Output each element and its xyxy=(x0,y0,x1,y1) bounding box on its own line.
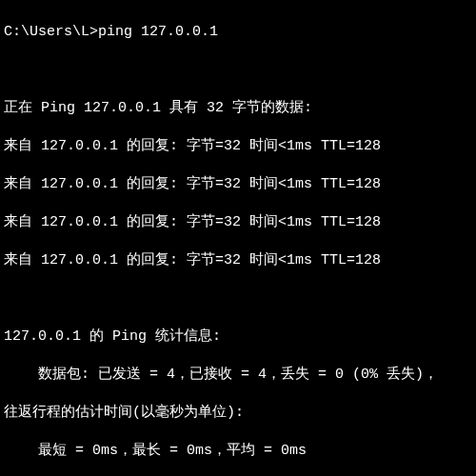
ping-reply: 来自 127.0.0.1 的回复: 字节=32 时间<1ms TTL=128 xyxy=(4,251,474,270)
terminal-output[interactable]: C:\Users\L>ping 127.0.0.1 正在 Ping 127.0.… xyxy=(0,0,476,476)
stats-packets: 数据包: 已发送 = 4，已接收 = 4，丢失 = 0 (0% 丢失)， xyxy=(4,366,474,385)
blank-line xyxy=(4,289,474,308)
prompt: C:\Users\L> xyxy=(4,24,98,40)
ping-reply: 来自 127.0.0.1 的回复: 字节=32 时间<1ms TTL=128 xyxy=(4,213,474,232)
ping-reply: 来自 127.0.0.1 的回复: 字节=32 时间<1ms TTL=128 xyxy=(4,175,474,194)
command-text: ping 127.0.0.1 xyxy=(98,24,218,40)
rtt-values: 最短 = 0ms，最长 = 0ms，平均 = 0ms xyxy=(4,442,474,461)
ping-header: 正在 Ping 127.0.0.1 具有 32 字节的数据: xyxy=(4,99,474,118)
prompt-line: C:\Users\L>ping 127.0.0.1 xyxy=(4,23,474,42)
stats-title: 127.0.0.1 的 Ping 统计信息: xyxy=(4,327,474,347)
rtt-title: 往返行程的估计时间(以毫秒为单位): xyxy=(4,404,474,423)
blank-line xyxy=(4,61,474,80)
ping-reply: 来自 127.0.0.1 的回复: 字节=32 时间<1ms TTL=128 xyxy=(4,137,474,156)
